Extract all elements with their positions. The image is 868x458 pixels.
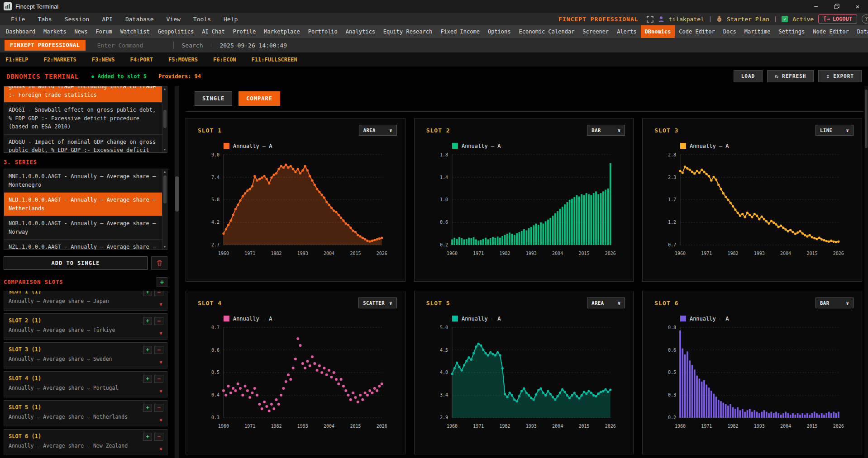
slot-close-icon[interactable]: × [159, 417, 162, 423]
dataset-item[interactable]: ADGGU - Impact of nominal GDP change on … [4, 135, 167, 153]
tab-dbnomics[interactable]: DBnomics [641, 25, 675, 38]
slot-add-button[interactable]: + [143, 291, 152, 296]
menu-tools[interactable]: Tools [187, 16, 217, 23]
tab-news[interactable]: News [71, 25, 92, 38]
slot-remove-button[interactable]: − [154, 404, 163, 412]
tab-node-editor[interactable]: Node Editor [809, 25, 853, 38]
close-button[interactable]: × [847, 0, 868, 13]
add-slot-button[interactable]: + [157, 277, 167, 287]
menu-session[interactable]: Session [58, 16, 96, 23]
minimize-button[interactable]: ─ [806, 0, 826, 13]
chart-type-dropdown[interactable]: SCATTER ∨ [358, 297, 396, 308]
chart-type-dropdown[interactable]: BAR ∨ [587, 125, 625, 136]
chart-type-dropdown[interactable]: LINE ∨ [816, 125, 854, 136]
tab-data-sources[interactable]: Data Sources [853, 25, 868, 38]
refresh-button[interactable]: ↻REFRESH [767, 70, 814, 82]
tab-alerts[interactable]: Alerts [613, 25, 640, 38]
fn-key-1[interactable]: F1:HELP [5, 57, 29, 63]
tab-markets[interactable]: Markets [39, 25, 71, 38]
providers-count: Providers: 94 [158, 73, 201, 80]
series-item[interactable]: NLD.1.0.0.0.AAGT - Annually – Average sh… [4, 193, 167, 216]
tab-maritime[interactable]: Maritime [740, 25, 775, 38]
dataset-item[interactable]: ADGGI - Snowball effect on gross public … [4, 103, 167, 135]
plan-icon [716, 16, 722, 22]
fn-key-3[interactable]: F3:NEWS [92, 57, 115, 63]
tab-marketplace[interactable]: Marketplace [260, 25, 304, 38]
slot-close-icon[interactable]: × [159, 446, 162, 452]
scroll-down-icon[interactable]: ▼ [162, 147, 167, 152]
tab-options[interactable]: Options [484, 25, 515, 38]
tab-dashboard[interactable]: Dashboard [2, 25, 39, 38]
tab-screener[interactable]: Screener [578, 25, 613, 38]
fullscreen-icon[interactable] [647, 16, 653, 23]
fn-key-7[interactable]: F11:FULLSCREEN [252, 57, 297, 63]
fn-key-6[interactable]: F6:ECON [213, 57, 236, 63]
tab-equity-research[interactable]: Equity Research [379, 25, 436, 38]
help-icon[interactable]: ? [862, 14, 868, 24]
dataset-list-scrollbar[interactable]: ▲ ▼ [162, 86, 167, 152]
tab-watchlist[interactable]: Watchlist [116, 25, 154, 38]
menu-view[interactable]: View [160, 16, 187, 23]
series-list-scrollbar[interactable]: ▲ ▼ [162, 169, 167, 250]
slot-add-button[interactable]: + [143, 433, 152, 441]
fn-key-5[interactable]: F5:MOVERS [168, 57, 198, 63]
export-button[interactable]: ↧EXPORT [818, 70, 862, 82]
slot-close-icon[interactable]: × [159, 330, 162, 336]
menu-api[interactable]: API [95, 16, 119, 23]
tab-portfolio[interactable]: Portfolio [304, 25, 342, 38]
username[interactable]: tilakpatel [669, 16, 704, 23]
tab-profile[interactable]: Profile [229, 25, 260, 38]
chart-type-dropdown[interactable]: AREA ∨ [359, 125, 397, 136]
slot-remove-button[interactable]: − [154, 317, 163, 325]
fn-key-2[interactable]: F2:MARKETS [44, 57, 76, 63]
menu-file[interactable]: File [5, 16, 31, 23]
slot-remove-button[interactable]: − [154, 346, 163, 354]
tab-analytics[interactable]: Analytics [342, 25, 379, 38]
command-input[interactable] [97, 42, 165, 49]
slot-add-button[interactable]: + [143, 346, 152, 354]
tab-ai-chat[interactable]: AI Chat [198, 25, 229, 38]
load-button[interactable]: LOAD [734, 70, 763, 82]
slot-add-button[interactable]: + [143, 404, 152, 412]
tab-code-editor[interactable]: Code Editor [675, 25, 719, 38]
slot-close-icon[interactable]: × [159, 388, 162, 394]
menu-database[interactable]: Database [119, 16, 160, 23]
main-scrollbar[interactable] [864, 86, 868, 458]
restore-button[interactable] [826, 0, 847, 13]
fn-key-4[interactable]: F4:PORT [130, 57, 153, 63]
search-button[interactable]: Search [182, 42, 203, 49]
tab-economic-calendar[interactable]: Economic Calendar [515, 25, 579, 38]
slot-add-button[interactable]: + [143, 317, 152, 325]
tab-forum[interactable]: Forum [92, 25, 116, 38]
scroll-up-icon[interactable]: ▲ [162, 86, 167, 92]
slot-close-icon[interactable]: × [159, 301, 162, 307]
compare-mode-button[interactable]: COMPARE [238, 91, 280, 106]
chart-slot-panel: SLOT 2 BAR ∨ Annually – A1.81.41.00.60.2… [414, 118, 634, 282]
series-item[interactable]: NZL.1.0.0.0.AAGT - Annually – Average sh… [4, 240, 167, 250]
tab-docs[interactable]: Docs [719, 25, 740, 38]
tab-settings[interactable]: Settings [774, 25, 809, 38]
add-to-single-button[interactable]: ADD TO SINGLE [4, 256, 148, 270]
slot-remove-button[interactable]: − [154, 291, 163, 296]
slot-remove-button[interactable]: − [154, 433, 163, 441]
svg-text:1993: 1993 [525, 424, 536, 429]
page-scrollbar[interactable] [175, 86, 179, 458]
slot-close-icon[interactable]: × [159, 359, 162, 365]
series-item[interactable]: MNE.1.0.0.0.AAGT - Annually – Average sh… [4, 169, 167, 193]
scroll-up-icon[interactable]: ▲ [162, 169, 167, 175]
slot-add-button[interactable]: + [143, 375, 152, 383]
chart-type-dropdown[interactable]: BAR ∨ [816, 297, 854, 308]
tab-geopolitics[interactable]: Geopolitics [154, 25, 198, 38]
tab-fixed-income[interactable]: Fixed Income [436, 25, 484, 38]
slot-remove-button[interactable]: − [154, 375, 163, 383]
menu-help[interactable]: Help [217, 16, 244, 23]
dataset-item[interactable]: goods in world trade including intra EU … [4, 86, 167, 103]
series-section-header: 3. SERIES [4, 159, 167, 165]
logout-button[interactable]: [→ LOGOUT [818, 14, 857, 24]
chart-type-dropdown[interactable]: AREA ∨ [587, 297, 625, 308]
menu-tabs[interactable]: Tabs [31, 16, 58, 23]
single-mode-button[interactable]: SINGLE [195, 91, 232, 106]
trash-icon[interactable] [151, 256, 167, 270]
scroll-down-icon[interactable]: ▼ [162, 244, 167, 250]
series-item[interactable]: NOR.1.0.0.0.AAGT - Annually – Average sh… [4, 216, 167, 240]
